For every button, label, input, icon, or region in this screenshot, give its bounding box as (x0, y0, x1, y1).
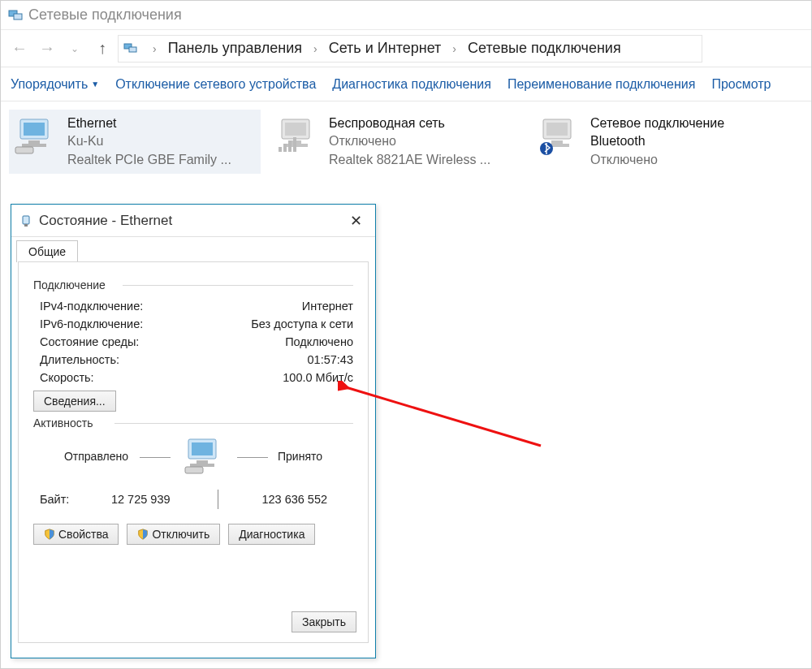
recv-label: Принято (278, 450, 322, 463)
sent-label: Отправлено (64, 450, 128, 463)
tabstrip: Общие (11, 237, 375, 261)
adapter-status: Ku-Ku (67, 132, 231, 150)
dialog-title: Состояние - Ethernet (39, 213, 172, 229)
svg-rect-1 (14, 14, 22, 19)
duration-label: Длительность: (40, 353, 119, 366)
adapters-area: Ethernet Ku-Ku Realtek PCIe GBE Family .… (1, 101, 811, 182)
svg-rect-7 (22, 144, 46, 147)
adapter-device: Realtek 8821AE Wireless ... (329, 151, 490, 169)
adapter-bluetooth[interactable]: Сетевое подключение Bluetooth Отключено (532, 110, 784, 174)
svg-rect-27 (190, 464, 214, 467)
dash-icon: ——— (237, 450, 266, 463)
titlebar: Сетевые подключения (1, 1, 811, 30)
dash-icon: ——— (140, 450, 169, 463)
shield-icon (137, 529, 149, 540)
media-label: Состояние среды: (40, 335, 139, 348)
close-dialog-button[interactable]: Закрыть (292, 611, 356, 632)
diagnostics-button[interactable]: Диагностика (228, 524, 315, 545)
organize-label: Упорядочить (11, 77, 88, 92)
properties-button[interactable]: Свойства (33, 524, 119, 545)
toolbar: Упорядочить ▼ Отключение сетевого устрой… (1, 67, 811, 101)
nav-forward-button[interactable]: → (35, 37, 59, 61)
svg-rect-18 (546, 123, 568, 136)
organize-menu[interactable]: Упорядочить ▼ (11, 77, 99, 92)
speed-label: Скорость: (40, 371, 94, 384)
nav-up-button[interactable]: ↑ (90, 37, 114, 61)
disable-label: Отключить (152, 528, 209, 541)
status-dialog: Состояние - Ethernet ✕ Общие Подключение… (11, 204, 376, 658)
dialog-titlebar: Состояние - Ethernet ✕ (11, 205, 375, 237)
adapter-name: Беспроводная сеть (329, 114, 490, 132)
speed-value: 100.0 Мбит/с (283, 371, 353, 384)
ethernet-adapter-icon (14, 114, 59, 155)
media-value: Подключено (285, 335, 353, 348)
group-activity: Активность (33, 417, 353, 429)
svg-rect-19 (551, 140, 563, 144)
network-icon (123, 41, 138, 56)
svg-rect-14 (283, 144, 287, 152)
adapter-ethernet[interactable]: Ethernet Ku-Ku Realtek PCIe GBE Family .… (9, 110, 261, 174)
svg-rect-13 (279, 147, 282, 152)
breadcrumb-seg[interactable]: Панель управления (165, 38, 305, 58)
details-button[interactable]: Сведения... (33, 391, 116, 412)
view-connection-button[interactable]: Просмотр (711, 77, 771, 92)
shield-icon (44, 529, 55, 540)
disable-device-button[interactable]: Отключение сетевого устройства (115, 77, 316, 92)
computer-icon (180, 438, 226, 475)
ipv4-label: IPv4-подключение: (40, 300, 143, 313)
bytes-label: Байт: (40, 493, 89, 506)
svg-rect-5 (24, 123, 45, 136)
addressbar: ← → ⌄ ↑ › Панель управления › Сеть и Инт… (1, 30, 811, 67)
bytes-sent: 12 725 939 (89, 493, 193, 506)
adapter-wireless[interactable]: Беспроводная сеть Отключено Realtek 8821… (270, 110, 522, 174)
adapter-status: Отключено (329, 132, 490, 150)
breadcrumb-bar[interactable]: › Панель управления › Сеть и Интернет › … (118, 35, 702, 63)
duration-value: 01:57:43 (308, 353, 353, 366)
explorer-window: Сетевые подключения ← → ⌄ ↑ › Панель упр… (0, 0, 812, 669)
diagnose-connection-button[interactable]: Диагностика подключения (332, 77, 491, 92)
window-title: Сетевые подключения (28, 6, 182, 24)
chevron-right-icon[interactable]: › (305, 42, 326, 55)
adapter-name: Сетевое подключение Bluetooth (590, 114, 779, 151)
properties-label: Свойства (58, 528, 108, 541)
svg-rect-16 (293, 137, 296, 152)
ipv4-value: Интернет (302, 300, 353, 313)
network-icon (7, 7, 24, 24)
svg-rect-28 (185, 467, 203, 473)
tab-general[interactable]: Общие (16, 240, 78, 262)
wireless-adapter-icon (275, 114, 321, 155)
adapter-status: Отключено (590, 151, 779, 169)
rename-connection-button[interactable]: Переименование подключения (508, 77, 695, 92)
svg-rect-3 (129, 47, 136, 52)
svg-rect-26 (197, 460, 208, 464)
breadcrumb-seg[interactable]: Сетевые подключения (464, 38, 624, 58)
divider (218, 490, 218, 509)
nav-recent-dropdown[interactable]: ⌄ (63, 37, 87, 61)
adapter-device: Realtek PCIe GBE Family ... (67, 151, 231, 169)
chevron-right-icon[interactable]: › (444, 42, 464, 55)
ethernet-plug-icon (19, 214, 32, 227)
svg-rect-10 (285, 123, 306, 136)
svg-rect-8 (15, 147, 33, 153)
bluetooth-adapter-icon (537, 114, 582, 155)
svg-rect-6 (28, 140, 40, 144)
disable-button[interactable]: Отключить (127, 524, 220, 545)
dropdown-caret-icon: ▼ (91, 80, 99, 88)
group-connection: Подключение (33, 278, 353, 291)
svg-rect-15 (288, 140, 292, 152)
dialog-body: Подключение IPv4-подключение:Интернет IP… (18, 261, 369, 643)
nav-back-button[interactable]: ← (7, 37, 32, 61)
ipv6-label: IPv6-подключение: (40, 317, 143, 330)
chevron-right-icon[interactable]: › (145, 42, 165, 55)
close-button[interactable]: ✕ (344, 209, 367, 232)
svg-rect-25 (192, 442, 213, 455)
svg-rect-23 (24, 224, 28, 227)
bytes-recv: 123 636 552 (243, 493, 348, 506)
ipv6-value: Без доступа к сети (251, 317, 353, 330)
breadcrumb-seg[interactable]: Сеть и Интернет (326, 38, 445, 58)
svg-rect-22 (23, 216, 29, 224)
adapter-name: Ethernet (67, 114, 231, 132)
